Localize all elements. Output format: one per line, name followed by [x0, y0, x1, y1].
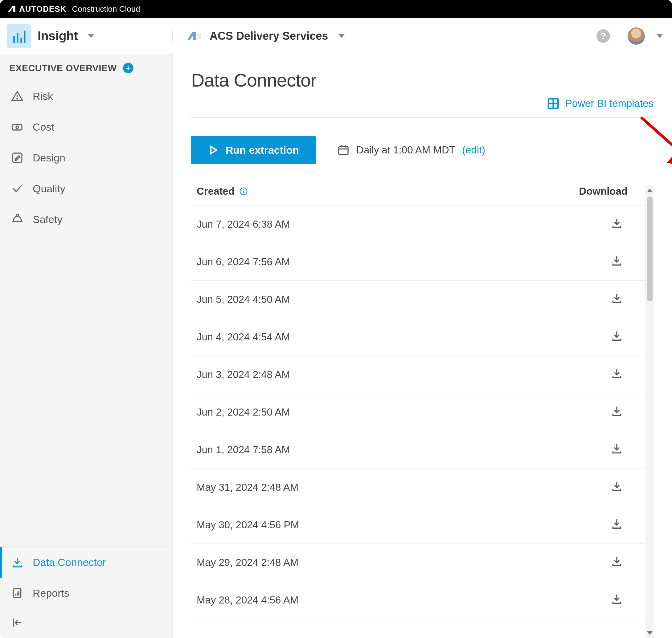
- download-button[interactable]: [611, 593, 623, 607]
- download-icon: [611, 405, 623, 417]
- add-dashboard-button[interactable]: +: [123, 63, 133, 73]
- table-row: May 30, 2024 4:56 PM: [191, 506, 645, 544]
- avatar[interactable]: [628, 28, 645, 45]
- edit-schedule-link[interactable]: (edit): [462, 144, 485, 156]
- download-button[interactable]: [611, 443, 623, 457]
- chevron-down-icon[interactable]: [657, 34, 663, 38]
- scroll-up-arrow-icon[interactable]: [647, 188, 653, 192]
- table-row: Jun 2, 2024 2:50 AM: [191, 393, 645, 431]
- sidebar-section-title: EXECUTIVE OVERVIEW: [9, 63, 117, 73]
- download-icon: [611, 255, 623, 267]
- cell-created: May 30, 2024 4:56 PM: [197, 519, 299, 531]
- play-icon: [208, 145, 218, 155]
- sidebar-nav: Risk Cost Design Quality Safety: [0, 81, 172, 235]
- main-content: Data Connector Power BI templates Run ex…: [173, 54, 672, 638]
- cell-created: Jun 3, 2024 2:48 AM: [197, 369, 290, 381]
- page-title: Data Connector: [191, 70, 654, 91]
- sidebar-item-data-connector[interactable]: Data Connector: [0, 547, 172, 577]
- cell-created: May 31, 2024 2:48 AM: [197, 482, 298, 493]
- cell-created: May 29, 2024 2:48 AM: [197, 557, 298, 568]
- banknote-icon: [11, 121, 23, 133]
- svg-rect-9: [13, 124, 22, 130]
- download-icon: [611, 443, 623, 454]
- pencil-square-icon: [11, 152, 23, 164]
- svg-text:CLOUD: CLOUD: [197, 37, 201, 38]
- schedule-info: Daily at 1:00 AM MDT (edit): [337, 144, 485, 156]
- download-icon: [611, 330, 623, 342]
- power-bi-templates-label: Power BI templates: [566, 98, 654, 110]
- collapse-sidebar-button[interactable]: [0, 608, 172, 638]
- sidebar-bottom-nav: Data Connector Reports: [0, 547, 172, 638]
- svg-point-26: [243, 189, 244, 190]
- download-icon: [611, 518, 623, 530]
- sidebar: EXECUTIVE OVERVIEW + Risk Cost Design: [0, 54, 173, 638]
- chevron-down-icon: [88, 34, 94, 38]
- column-header-created[interactable]: Created: [197, 185, 248, 197]
- download-button[interactable]: [611, 405, 623, 419]
- warning-triangle-icon: [11, 90, 23, 102]
- svg-rect-27: [243, 191, 244, 194]
- scroll-down-arrow-icon[interactable]: [647, 631, 653, 635]
- sidebar-item-label: Cost: [33, 121, 54, 133]
- download-button[interactable]: [611, 217, 623, 231]
- cell-created: Jun 5, 2024 4:50 AM: [197, 293, 290, 305]
- cell-created: Jun 6, 2024 7:56 AM: [197, 256, 290, 268]
- autodesk-logo-icon: [7, 5, 16, 13]
- svg-rect-21: [339, 146, 348, 155]
- download-icon: [11, 556, 23, 568]
- brand-bar: AUTODESK Construction Cloud: [0, 0, 672, 18]
- column-header-created-label: Created: [197, 185, 234, 197]
- sidebar-item-reports[interactable]: Reports: [0, 577, 172, 608]
- sidebar-item-design[interactable]: Design: [0, 142, 172, 173]
- download-button[interactable]: [611, 480, 623, 494]
- download-button[interactable]: [611, 255, 623, 269]
- run-extraction-button[interactable]: Run extraction: [191, 136, 316, 164]
- sidebar-item-label: Safety: [33, 214, 62, 225]
- table-row: Jun 7, 2024 6:38 AM: [191, 205, 645, 243]
- download-button[interactable]: [611, 518, 623, 532]
- schedule-text: Daily at 1:00 AM MDT: [356, 144, 455, 156]
- autodesk-logo: AUTODESK Construction Cloud: [7, 4, 140, 14]
- sidebar-section-header: EXECUTIVE OVERVIEW +: [0, 54, 172, 81]
- download-icon: [611, 368, 623, 379]
- table-row: May 31, 2024 2:48 AM: [191, 469, 645, 506]
- download-icon: [611, 217, 623, 229]
- brand-strong: AUTODESK: [19, 4, 66, 14]
- insight-app-icon: [7, 24, 31, 48]
- chevron-down-icon: [339, 34, 345, 38]
- download-button[interactable]: [611, 368, 623, 382]
- info-icon: [239, 187, 248, 196]
- calendar-icon: [337, 144, 349, 156]
- project-switcher[interactable]: AUTODESKCONSTRUCTIONCLOUD ACS Delivery S…: [173, 30, 596, 43]
- sidebar-item-label: Quality: [33, 183, 65, 195]
- cell-created: Jun 4, 2024 4:54 AM: [197, 331, 290, 343]
- table-row: Jun 1, 2024 7:58 AM: [191, 431, 645, 469]
- help-icon[interactable]: ?: [596, 29, 610, 43]
- check-icon: [11, 182, 23, 195]
- sidebar-item-risk[interactable]: Risk: [0, 81, 172, 112]
- sidebar-item-quality[interactable]: Quality: [0, 173, 172, 204]
- brand-light: Construction Cloud: [72, 4, 140, 14]
- sidebar-item-label: Risk: [33, 90, 53, 102]
- download-icon: [611, 480, 623, 492]
- table-row: Jun 3, 2024 2:48 AM: [191, 356, 645, 393]
- download-button[interactable]: [611, 330, 623, 344]
- table-row: Jun 6, 2024 7:56 AM: [191, 243, 645, 281]
- table-row: May 28, 2024 4:56 AM: [191, 581, 645, 619]
- download-icon: [611, 555, 623, 567]
- cell-created: May 28, 2024 4:56 AM: [197, 594, 298, 606]
- scrollbar[interactable]: [645, 185, 654, 638]
- svg-point-10: [16, 126, 18, 129]
- sidebar-item-label: Design: [33, 152, 65, 164]
- scroll-thumb[interactable]: [647, 197, 653, 301]
- sidebar-item-cost[interactable]: Cost: [0, 112, 172, 142]
- app-switcher[interactable]: Insight: [0, 24, 173, 48]
- column-header-download: Download: [579, 185, 628, 197]
- download-button[interactable]: [611, 555, 623, 570]
- download-button[interactable]: [611, 292, 623, 306]
- app-name: Insight: [38, 29, 78, 43]
- sidebar-item-safety[interactable]: Safety: [0, 204, 172, 235]
- table-row: May 29, 2024 2:48 AM: [191, 544, 645, 581]
- power-bi-templates-link[interactable]: Power BI templates: [547, 97, 654, 110]
- collapse-left-icon: [11, 617, 23, 629]
